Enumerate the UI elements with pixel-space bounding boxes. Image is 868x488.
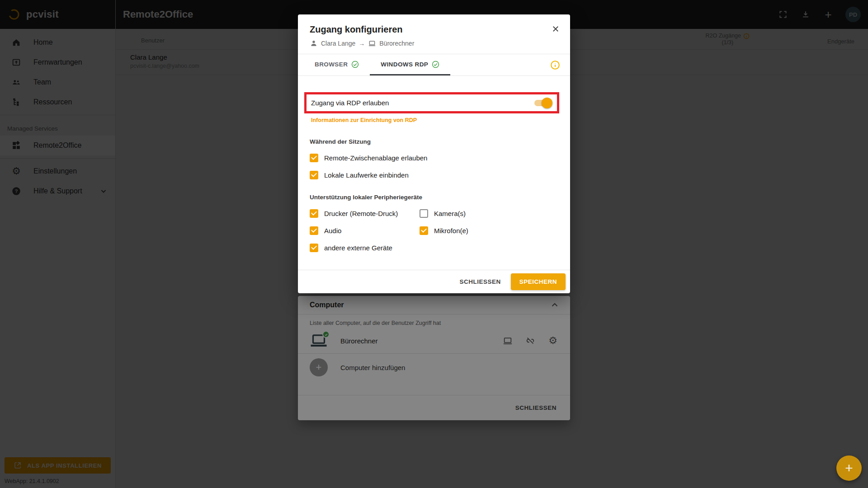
option-row: andere externe Geräte (310, 244, 558, 252)
option-label: Remote-Zwischenablage erlauben (324, 154, 427, 162)
option-label: Lokale Laufwerke einbinden (324, 171, 409, 179)
rdp-toggle[interactable] (534, 100, 551, 106)
modal-user-name: Clara Lange (321, 40, 355, 47)
rdp-info-link[interactable]: Informationen zur Einrichtung von RDP (310, 117, 417, 123)
option-label: Kamera(s) (434, 210, 466, 217)
session-section-label: Während der Sitzung (310, 138, 558, 145)
option-row: Lokale Laufwerke einbinden (310, 171, 558, 179)
tab-label: BROWSER (315, 61, 348, 68)
peripherals-section-label: Unterstützung lokaler Peripheriegeräte (310, 194, 558, 201)
option-label: Mikrofon(e) (434, 227, 468, 235)
rdp-toggle-label: Zugang via RDP erlauben (311, 99, 389, 107)
option-row: Audio Mikrofon(e) (310, 226, 558, 235)
modal-footer: SCHLIESSEN SPEICHERN (298, 270, 570, 293)
toggle-knob (542, 98, 552, 108)
check-circle-icon (351, 61, 359, 68)
checkbox-other-devices[interactable] (310, 244, 318, 252)
app-window: pcvisit Home Fernwartungen (0, 0, 868, 488)
modal-header: Zugang konfigurieren Clara Lange → Büror… (298, 14, 570, 54)
info-icon[interactable] (550, 60, 560, 70)
checkbox-remote-clipboard[interactable] (310, 154, 318, 162)
modal-tabs: BROWSER WINDOWS RDP (298, 54, 570, 76)
save-button[interactable]: SPEICHERN (511, 273, 566, 290)
option-row: Drucker (Remote-Druck) Kamera(s) (310, 209, 558, 218)
laptop-icon (368, 39, 376, 47)
modal-title: Zugang konfigurieren (310, 24, 558, 35)
tab-label: WINDOWS RDP (381, 61, 428, 68)
option-row: Remote-Zwischenablage erlauben (310, 154, 558, 162)
checkbox-local-drives[interactable] (310, 171, 318, 179)
person-icon (310, 39, 318, 47)
option-label: andere externe Geräte (324, 244, 392, 252)
option-label: Drucker (Remote-Druck) (324, 210, 398, 217)
modal-close-button[interactable]: SCHLIESSEN (452, 274, 508, 290)
checkbox-microphone[interactable] (420, 226, 428, 235)
checkbox-audio[interactable] (310, 226, 318, 235)
modal-subtitle: Clara Lange → Bürorechner (310, 39, 558, 47)
modal-body: Zugang via RDP erlauben Informationen zu… (298, 76, 570, 270)
close-icon[interactable] (549, 23, 562, 35)
tab-windows-rdp[interactable]: WINDOWS RDP (370, 54, 450, 75)
option-label: Audio (324, 227, 341, 235)
check-circle-icon (432, 61, 439, 68)
fab-add-button[interactable]: + (836, 455, 862, 481)
checkbox-camera[interactable] (420, 209, 428, 218)
rdp-toggle-row-highlighted: Zugang via RDP erlauben (304, 92, 559, 113)
modal-computer-name: Bürorechner (379, 40, 414, 47)
fab-plus-icon: + (845, 460, 853, 476)
configure-access-modal: Zugang konfigurieren Clara Lange → Büror… (298, 14, 570, 293)
tab-browser[interactable]: BROWSER (304, 54, 370, 75)
checkbox-printer[interactable] (310, 209, 318, 218)
arrow-right-icon: → (359, 40, 365, 47)
